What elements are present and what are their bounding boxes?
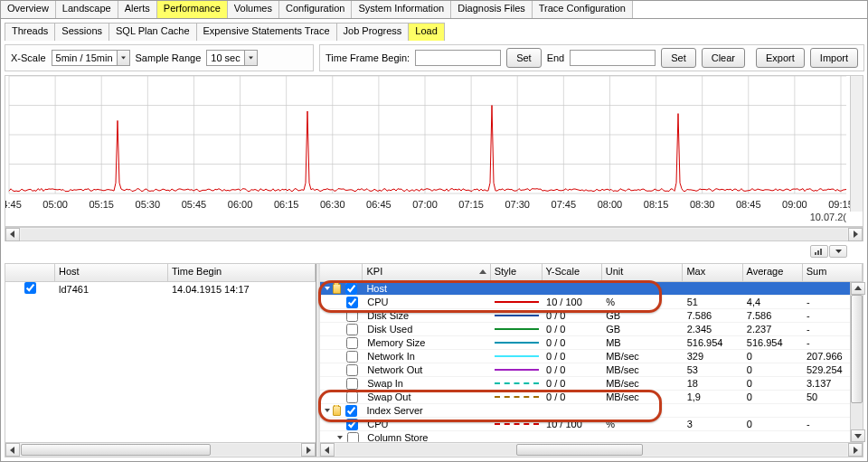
right-horizontal-scrollbar[interactable] xyxy=(320,442,863,457)
svg-text:06:15: 06:15 xyxy=(274,199,299,210)
xscale-label: X-Scale xyxy=(11,52,46,63)
export-button[interactable]: Export xyxy=(756,48,805,68)
expand-toggle-icon[interactable] xyxy=(336,433,344,442)
chart-tool-icon[interactable] xyxy=(810,245,828,258)
set-end-button[interactable]: Set xyxy=(661,48,696,68)
kpi-row[interactable]: Network Out0 / 0MB/sec530529.254 xyxy=(320,363,863,377)
kpi-checkbox[interactable] xyxy=(346,310,358,322)
kpi-checkbox[interactable] xyxy=(347,432,359,443)
kpi-max: 516.954 xyxy=(684,337,743,348)
tab-overview[interactable]: Overview xyxy=(1,1,56,18)
kpi-checkbox[interactable] xyxy=(346,391,358,403)
scroll-left-icon[interactable] xyxy=(320,443,335,457)
col-host[interactable]: Host xyxy=(55,264,168,281)
kpi-avg: 0 xyxy=(743,391,803,402)
right-vertical-scrollbar[interactable] xyxy=(850,282,863,442)
tab-landscape[interactable]: Landscape xyxy=(56,1,118,18)
timeframe-begin-input[interactable] xyxy=(415,50,501,66)
expand-toggle-icon[interactable] xyxy=(324,284,331,293)
host-row-checkbox[interactable] xyxy=(24,282,36,294)
svg-text:05:00: 05:00 xyxy=(42,199,68,210)
subtab-sql-plan-cache[interactable]: SQL Plan Cache xyxy=(108,23,197,41)
kpi-row[interactable]: Memory Size0 / 0MB516.954516.954- xyxy=(320,336,863,350)
subtab-load[interactable]: Load xyxy=(408,23,444,41)
scroll-up-icon[interactable] xyxy=(851,282,865,295)
left-horizontal-scrollbar[interactable] xyxy=(5,442,316,457)
kpi-style xyxy=(491,396,542,398)
kpi-checkbox[interactable] xyxy=(346,337,358,349)
svg-rect-45 xyxy=(820,249,822,255)
svg-text:07:15: 07:15 xyxy=(458,199,484,210)
svg-text:07:45: 07:45 xyxy=(552,199,577,210)
kpi-name: Memory Size xyxy=(363,337,491,348)
chevron-down-icon[interactable] xyxy=(244,51,257,65)
kpi-style xyxy=(491,315,542,316)
tab-performance[interactable]: Performance xyxy=(157,1,228,18)
kpi-yscale: 0 / 0 xyxy=(542,337,602,348)
chevron-down-icon[interactable] xyxy=(117,51,129,65)
sample-range-combo[interactable]: 10 sec xyxy=(206,50,257,66)
subtab-sessions[interactable]: Sessions xyxy=(54,23,109,41)
col-sum[interactable]: Sum xyxy=(803,264,863,281)
host-cell[interactable]: ld7461 xyxy=(55,284,168,295)
timeframe-end-input[interactable] xyxy=(570,50,656,66)
kpi-checkbox[interactable] xyxy=(345,405,357,417)
tab-diagnosis-files[interactable]: Diagnosis Files xyxy=(451,1,533,18)
kpi-row[interactable]: Network In0 / 0MB/sec3290207.966 xyxy=(320,350,863,363)
tab-alerts[interactable]: Alerts xyxy=(118,1,157,18)
xscale-combo[interactable]: 5min / 15min xyxy=(52,50,130,66)
kpi-max: 18 xyxy=(684,378,743,389)
kpi-yscale: 0 / 0 xyxy=(542,310,602,321)
subtab-threads[interactable]: Threads xyxy=(5,23,55,41)
scroll-right-icon[interactable] xyxy=(848,443,863,457)
kpi-checkbox[interactable] xyxy=(346,324,358,335)
kpi-checkbox[interactable] xyxy=(346,297,358,308)
kpi-row[interactable]: Disk Used0 / 0GB2.3452.237- xyxy=(320,323,863,336)
kpi-row[interactable]: Disk Size0 / 0GB7.5867.586- xyxy=(320,309,863,323)
col-checkbox[interactable] xyxy=(5,264,55,281)
kpi-checkbox[interactable] xyxy=(346,419,358,430)
kpi-checkbox[interactable] xyxy=(345,283,357,295)
kpi-row[interactable]: Swap Out0 / 0MB/sec1,9050 xyxy=(320,391,863,404)
tab-system-information[interactable]: System Information xyxy=(352,1,451,18)
scroll-left-icon[interactable] xyxy=(5,228,20,241)
svg-text:06:45: 06:45 xyxy=(366,199,392,210)
col-kpi[interactable]: KPI xyxy=(363,264,490,281)
subtab-expensive-statements-trace[interactable]: Expensive Statements Trace xyxy=(196,23,337,41)
kpi-row[interactable]: Swap In0 / 0MB/sec1803.137 xyxy=(320,377,863,391)
expand-toggle-icon[interactable] xyxy=(324,406,331,415)
col-average[interactable]: Average xyxy=(743,264,803,281)
time-begin-cell[interactable]: 14.04.1915 14:17 xyxy=(168,284,316,295)
timeframe-begin-label: Time Frame Begin: xyxy=(326,52,410,63)
kpi-style xyxy=(491,423,542,425)
kpi-row[interactable]: CPU10 / 100%514,4- xyxy=(320,296,863,309)
kpi-checkbox[interactable] xyxy=(346,364,358,376)
kpi-checkbox[interactable] xyxy=(346,378,358,390)
tab-volumes[interactable]: Volumes xyxy=(228,1,279,18)
col-max[interactable]: Max xyxy=(683,264,742,281)
subtab-job-progress[interactable]: Job Progress xyxy=(336,23,410,41)
clear-button[interactable]: Clear xyxy=(702,48,745,68)
import-button[interactable]: Import xyxy=(810,48,858,68)
kpi-row[interactable]: Host xyxy=(320,282,863,296)
col-style[interactable]: Style xyxy=(491,264,542,281)
scroll-right-icon[interactable] xyxy=(848,228,863,241)
kpi-row[interactable]: Index Server xyxy=(320,404,863,418)
col-unit[interactable]: Unit xyxy=(602,264,684,281)
tab-trace-configuration[interactable]: Trace Configuration xyxy=(533,1,633,18)
scroll-left-icon[interactable] xyxy=(5,443,20,457)
scroll-down-icon[interactable] xyxy=(851,429,865,442)
chart-horizontal-scrollbar[interactable] xyxy=(5,227,863,241)
kpi-row[interactable]: Column Store xyxy=(320,431,863,442)
scroll-right-icon[interactable] xyxy=(301,443,316,457)
col-tree[interactable] xyxy=(320,264,363,281)
kpi-row[interactable]: CPU10 / 100%30- xyxy=(320,418,863,431)
kpi-yscale: 10 / 100 xyxy=(542,419,602,429)
tab-configuration[interactable]: Configuration xyxy=(279,1,352,18)
chart-vertical-scrollbar[interactable] xyxy=(850,76,863,212)
set-begin-button[interactable]: Set xyxy=(506,48,542,68)
col-y-scale[interactable]: Y-Scale xyxy=(542,264,602,281)
chevron-down-icon[interactable] xyxy=(829,245,847,258)
kpi-checkbox[interactable] xyxy=(346,351,358,363)
col-time-begin[interactable]: Time Begin xyxy=(168,264,316,281)
